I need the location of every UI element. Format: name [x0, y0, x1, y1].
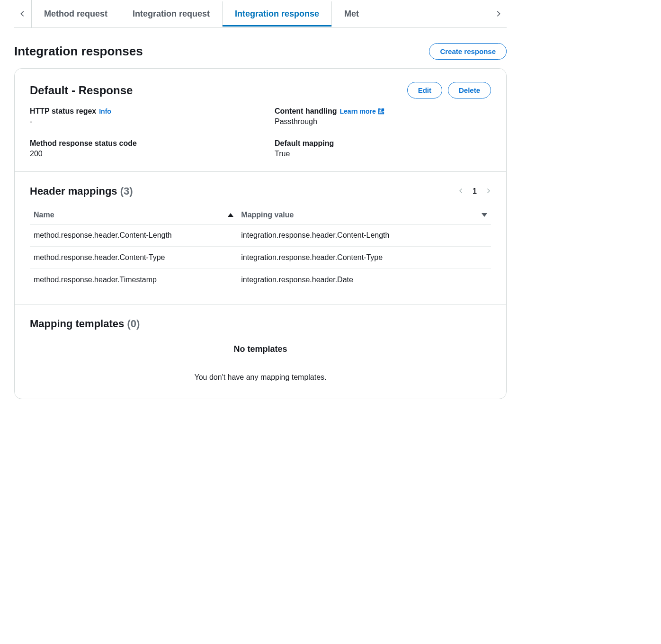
label-text: HTTP status regex	[30, 107, 96, 116]
column-header-name[interactable]: Name	[30, 206, 237, 224]
value-text: -	[30, 117, 246, 126]
th-label: Name	[34, 211, 54, 219]
tab-integration-request[interactable]: Integration request	[120, 1, 222, 27]
value-text: Passthrough	[275, 117, 491, 126]
chevron-left-icon	[19, 10, 26, 17]
table-row: method.response.header.Timestamp integra…	[30, 269, 491, 291]
title-text: Header mappings	[30, 185, 117, 197]
tabs-list: Method request Integration request Integ…	[32, 1, 490, 27]
mapping-templates-title: Mapping templates (0)	[30, 318, 491, 330]
pagination: 1	[458, 187, 491, 196]
label-text: Content handling	[275, 107, 337, 116]
table-row: method.response.header.Content-Type inte…	[30, 247, 491, 269]
title-count: (3)	[120, 185, 133, 197]
column-header-mapping-value[interactable]: Mapping value	[237, 206, 491, 224]
header-mappings-table: Name Mapping value	[30, 206, 491, 291]
page-prev[interactable]	[458, 187, 464, 196]
empty-state: No templates You don't have any mapping …	[30, 330, 491, 385]
info-link[interactable]: Info	[99, 107, 111, 115]
label-text: Default mapping	[275, 139, 334, 148]
tabs-scroll-right[interactable]	[490, 0, 507, 27]
response-card: Default - Response Edit Delete HTTP stat…	[14, 68, 507, 399]
field-http-status-regex: HTTP status regex Info -	[30, 107, 246, 126]
response-title: Default - Response	[30, 84, 133, 97]
delete-button[interactable]: Delete	[448, 82, 491, 98]
header-mappings-title: Header mappings (3)	[30, 185, 133, 197]
link-text: Learn more	[340, 107, 376, 115]
tabs-bar: Method request Integration request Integ…	[14, 0, 507, 28]
th-label: Mapping value	[241, 211, 294, 219]
value-text: 200	[30, 150, 246, 158]
empty-title: No templates	[30, 344, 491, 354]
cell-value: integration.response.header.Date	[237, 269, 491, 291]
title-text: Mapping templates	[30, 318, 124, 330]
create-response-button[interactable]: Create response	[429, 43, 507, 60]
cell-value: integration.response.header.Content-Type	[237, 247, 491, 269]
field-method-response-status: Method response status code 200	[30, 139, 246, 158]
chevron-left-icon	[458, 188, 464, 194]
sort-ascending-icon	[228, 213, 233, 217]
value-text: True	[275, 150, 491, 158]
external-link-icon	[378, 108, 384, 115]
chevron-right-icon	[485, 188, 491, 194]
cell-name: method.response.header.Timestamp	[30, 269, 237, 291]
chevron-right-icon	[495, 10, 501, 17]
tabs-scroll-left[interactable]	[14, 0, 31, 27]
page-number: 1	[473, 187, 477, 196]
page-next[interactable]	[485, 187, 491, 196]
title-count: (0)	[127, 318, 140, 330]
cell-value: integration.response.header.Content-Leng…	[237, 224, 491, 247]
edit-button[interactable]: Edit	[407, 82, 442, 98]
sort-none-icon	[482, 212, 487, 218]
cell-name: method.response.header.Content-Type	[30, 247, 237, 269]
tab-method-request[interactable]: Method request	[32, 1, 120, 27]
tab-method-response-truncated[interactable]: Met	[331, 1, 371, 27]
tab-integration-response[interactable]: Integration response	[222, 1, 331, 27]
label-text: Method response status code	[30, 139, 137, 148]
field-default-mapping: Default mapping True	[275, 139, 491, 158]
field-content-handling: Content handling Learn more	[275, 107, 491, 126]
empty-message: You don't have any mapping templates.	[30, 373, 491, 382]
cell-name: method.response.header.Content-Length	[30, 224, 237, 247]
page-title: Integration responses	[14, 44, 143, 59]
learn-more-link[interactable]: Learn more	[340, 107, 384, 115]
table-row: method.response.header.Content-Length in…	[30, 224, 491, 247]
